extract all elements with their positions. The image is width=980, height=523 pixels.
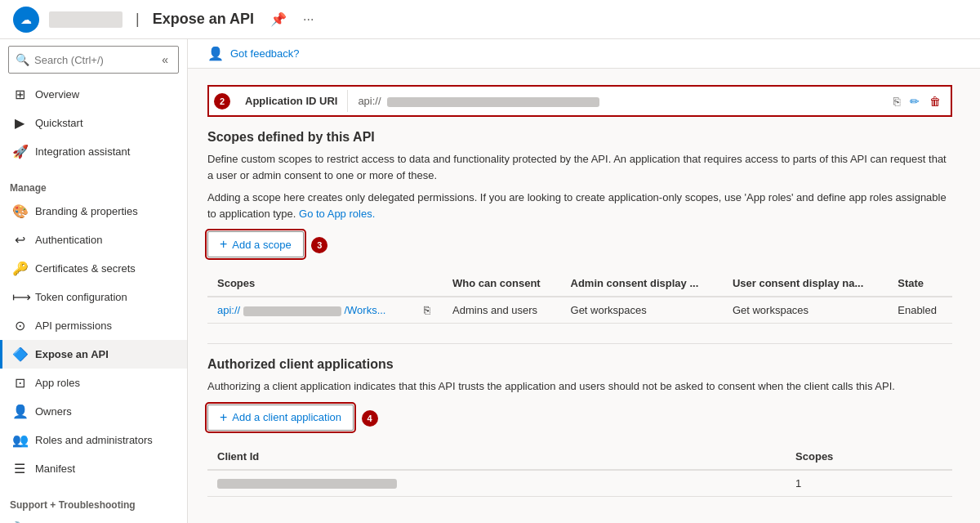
pin-icon[interactable]: 📌	[270, 11, 287, 27]
client-id-value	[207, 470, 786, 497]
admin-consent-display: Get workspaces	[561, 297, 723, 324]
state-value: Enabled	[888, 297, 952, 324]
app-id-uri-actions: ⎘ ✏ 🗑	[884, 92, 951, 111]
feedback-text[interactable]: Got feedback?	[230, 47, 300, 60]
sidebar-item-integration-assistant[interactable]: 🚀 Integration assistant	[0, 137, 187, 166]
client-scopes-value: 1	[786, 470, 952, 497]
add-scope-label: Add a scope	[232, 239, 291, 251]
scopes-table: Scopes Who can consent Admin consent dis…	[207, 270, 952, 324]
sidebar-item-troubleshooting[interactable]: 🔧 Troubleshooting	[0, 514, 187, 523]
add-scope-wrapper: + Add a scope 3	[207, 231, 952, 257]
user-consent-display: Get workspaces	[723, 297, 888, 324]
scopes-desc-2: Adding a scope here creates only delegat…	[207, 190, 952, 221]
collapse-button[interactable]: «	[158, 50, 172, 69]
app-name-placeholder	[49, 11, 122, 28]
sidebar-item-api-permissions[interactable]: ⊙ API permissions	[0, 311, 187, 340]
sidebar-search-container: 🔍 «	[8, 46, 179, 74]
sidebar-item-label: Overview	[35, 88, 79, 101]
manage-section-label: Manage	[0, 172, 187, 197]
sidebar-item-token-config[interactable]: ⟼ Token configuration	[0, 283, 187, 311]
sidebar-item-app-roles[interactable]: ⊡ App roles	[0, 369, 187, 397]
sidebar-item-quickstart[interactable]: ▶ Quickstart	[0, 109, 187, 137]
add-client-button[interactable]: + Add a client application	[207, 405, 354, 431]
sidebar-item-owners[interactable]: 👤 Owners	[0, 397, 187, 426]
main-layout: 🔍 « ⊞ Overview ▶ Quickstart 🚀 Integratio…	[0, 39, 980, 523]
sidebar-item-label: Integration assistant	[35, 145, 130, 158]
sidebar-item-label: Token configuration	[35, 291, 127, 303]
certificates-icon: 🔑	[12, 261, 27, 276]
expose-api-icon: 🔷	[12, 346, 27, 362]
scopes-desc-1: Define custom scopes to restrict access …	[207, 151, 952, 183]
sidebar-item-label: API permissions	[35, 320, 112, 332]
sidebar-item-label: Manifest	[35, 463, 75, 475]
col-user-consent: User consent display na...	[723, 270, 888, 297]
integration-icon: 🚀	[12, 144, 27, 159]
table-row: 1	[207, 470, 952, 497]
col-state: State	[888, 270, 952, 297]
copy-uri-button[interactable]: ⎘	[890, 92, 903, 111]
top-header: ☁ | Expose an API 📌 ···	[0, 0, 980, 39]
authentication-icon: ↩	[12, 232, 27, 248]
app-id-uri-value: api://	[348, 90, 884, 112]
quickstart-icon: ▶	[12, 115, 27, 131]
col-copy	[414, 270, 443, 297]
content-area: 👤 Got feedback? 2 Application ID URI api…	[188, 39, 980, 523]
sidebar: 🔍 « ⊞ Overview ▶ Quickstart 🚀 Integratio…	[0, 39, 188, 523]
content-inner: 2 Application ID URI api:// ⎘ ✏ 🗑 Scopes…	[188, 69, 972, 523]
app-id-uri-label: Application ID URI	[235, 90, 348, 112]
add-scope-button[interactable]: + Add a scope	[207, 231, 304, 257]
delete-uri-button[interactable]: 🗑	[926, 92, 944, 111]
app-id-uri-row: 2 Application ID URI api:// ⎘ ✏ 🗑	[207, 85, 952, 117]
sidebar-item-label: Owners	[35, 405, 72, 418]
owners-icon: 👤	[12, 404, 27, 419]
sidebar-item-roles-administrators[interactable]: 👥 Roles and administrators	[0, 426, 187, 454]
sidebar-item-branding[interactable]: 🎨 Branding & properties	[0, 197, 187, 226]
search-input[interactable]	[34, 54, 154, 66]
col-scopes: Scopes	[786, 444, 952, 470]
sidebar-item-label: Authentication	[35, 234, 102, 246]
section-separator	[207, 343, 952, 344]
sidebar-item-certificates[interactable]: 🔑 Certificates & secrets	[0, 254, 187, 283]
feedback-icon: 👤	[207, 46, 224, 61]
authorized-desc: Authorizing a client application indicat…	[207, 378, 952, 395]
add-scope-plus-icon: +	[220, 237, 227, 252]
app-avatar: ☁	[13, 7, 39, 33]
sidebar-item-manifest[interactable]: ☰ Manifest	[0, 454, 187, 483]
manifest-icon: ☰	[12, 461, 27, 476]
scope-copy-button[interactable]: ⎘	[414, 297, 443, 324]
add-client-label: Add a client application	[232, 411, 341, 423]
scope-link[interactable]: api://	[217, 304, 240, 316]
col-client-id: Client Id	[207, 444, 786, 470]
col-admin-consent: Admin consent display ...	[561, 270, 723, 297]
header-divider: |	[136, 11, 140, 28]
app-roles-link[interactable]: Go to App roles.	[299, 208, 375, 220]
col-scopes: Scopes	[207, 270, 414, 297]
who-can-consent-value: Admins and users	[443, 297, 560, 324]
sidebar-item-label: Certificates & secrets	[35, 262, 136, 275]
sidebar-item-label: Branding & properties	[35, 205, 138, 217]
authorized-table: Client Id Scopes 1	[207, 444, 952, 497]
edit-uri-button[interactable]: ✏	[906, 92, 923, 111]
table-row: api:// /Works... ⎘ Admins and users Get …	[207, 297, 952, 324]
badge-3: 3	[311, 237, 327, 253]
sidebar-item-label: App roles	[35, 377, 80, 389]
add-client-plus-icon: +	[220, 410, 227, 425]
more-options-icon[interactable]: ···	[303, 12, 314, 27]
sidebar-item-label: Quickstart	[35, 117, 83, 129]
scope-value: api:// /Works...	[207, 297, 414, 324]
badge-2: 2	[214, 93, 230, 110]
branding-icon: 🎨	[12, 203, 27, 219]
sidebar-item-label: Expose an API	[35, 348, 109, 360]
badge-4: 4	[362, 410, 378, 427]
sidebar-item-overview[interactable]: ⊞ Overview	[0, 80, 187, 109]
api-permissions-icon: ⊙	[12, 318, 27, 333]
scopes-section-title: Scopes defined by this API	[207, 130, 952, 145]
sidebar-item-authentication[interactable]: ↩ Authentication	[0, 226, 187, 254]
sidebar-item-expose-api[interactable]: 🔷 Expose an API	[0, 340, 187, 369]
roles-icon: 👥	[12, 432, 27, 448]
feedback-bar: 👤 Got feedback?	[188, 39, 980, 69]
add-client-wrapper: + Add a client application 4	[207, 405, 952, 431]
app-roles-icon: ⊡	[12, 375, 27, 391]
page-title: Expose an API	[153, 11, 254, 28]
authorized-section-title: Authorized client applications	[207, 357, 952, 372]
